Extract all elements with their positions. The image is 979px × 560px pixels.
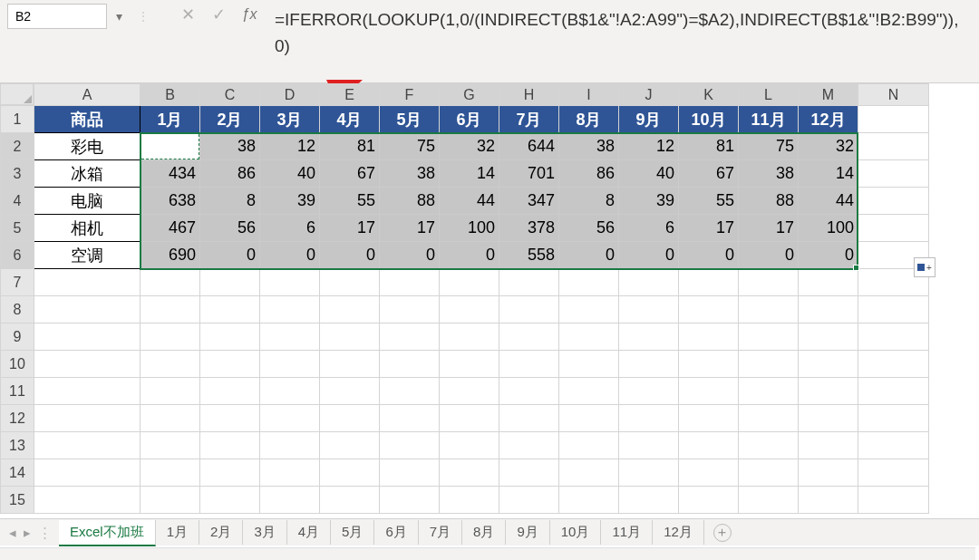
cell-G3[interactable]: 14	[440, 160, 499, 188]
sheet-tab-5月[interactable]: 5月	[331, 520, 374, 545]
cell-I6[interactable]: 0	[559, 242, 619, 269]
cell-N13[interactable]	[858, 432, 929, 459]
cell-N15[interactable]	[858, 487, 929, 514]
cell-M6[interactable]: 0	[799, 242, 858, 269]
cell-L10[interactable]	[739, 351, 799, 378]
cell-A8[interactable]	[34, 296, 141, 323]
cell-I3[interactable]: 86	[559, 160, 619, 188]
cell-J3[interactable]: 40	[619, 160, 679, 188]
col-header-B[interactable]: B	[141, 84, 200, 106]
col-header-F[interactable]: F	[380, 84, 440, 106]
cell-L15[interactable]	[739, 487, 799, 514]
sheet-tab-3月[interactable]: 3月	[243, 520, 286, 545]
cell-G4[interactable]: 44	[440, 188, 499, 215]
cell-A10[interactable]	[34, 351, 141, 378]
cell-G10[interactable]	[440, 351, 499, 378]
cell-L7[interactable]	[739, 269, 799, 296]
cell-L5[interactable]: 17	[739, 215, 799, 242]
cell-D7[interactable]	[260, 269, 320, 296]
cell-C6[interactable]: 0	[200, 242, 260, 269]
cell-I4[interactable]: 8	[559, 188, 619, 215]
cell-H6[interactable]: 558	[499, 242, 559, 269]
sheet-tab-4月[interactable]: 4月	[287, 520, 331, 545]
cell-M14[interactable]	[799, 459, 858, 487]
cell-L9[interactable]	[739, 323, 799, 351]
cell-I2[interactable]: 38	[559, 133, 619, 160]
fx-icon[interactable]: ƒx	[240, 5, 258, 24]
cell-G14[interactable]	[440, 459, 499, 487]
cell-F10[interactable]	[380, 351, 440, 378]
col-header-M[interactable]: M	[799, 84, 858, 106]
cell-N1[interactable]	[858, 106, 929, 133]
cell-M2[interactable]: 32	[799, 133, 858, 160]
cell-F12[interactable]	[380, 405, 440, 432]
cell-B13[interactable]	[141, 432, 200, 459]
cell-N10[interactable]	[858, 351, 929, 378]
cell-D3[interactable]: 40	[260, 160, 320, 188]
cell-H12[interactable]	[499, 405, 559, 432]
row-header-8[interactable]: 8	[1, 296, 34, 323]
cell-A14[interactable]	[34, 459, 141, 487]
enter-icon[interactable]: ✓	[209, 5, 228, 24]
sheet-nav-last-icon[interactable]: ▸	[20, 525, 34, 541]
cell-H15[interactable]	[499, 487, 559, 514]
cell-C8[interactable]	[200, 296, 260, 323]
cell-A6[interactable]: 空调	[34, 242, 141, 269]
cell-I10[interactable]	[559, 351, 619, 378]
cell-N5[interactable]	[858, 215, 929, 242]
cell-N12[interactable]	[858, 405, 929, 432]
cell-E7[interactable]	[320, 269, 380, 296]
cell-H2[interactable]: 644	[499, 133, 559, 160]
cell-H4[interactable]: 347	[499, 188, 559, 215]
name-box[interactable]	[7, 4, 107, 29]
row-header-6[interactable]: 6	[1, 242, 34, 269]
cell-K8[interactable]	[679, 296, 739, 323]
row-header-15[interactable]: 15	[1, 487, 34, 514]
cell-M15[interactable]	[799, 487, 858, 514]
cell-B7[interactable]	[141, 269, 200, 296]
sheet-tab-12月[interactable]: 12月	[653, 520, 704, 545]
paste-options-icon[interactable]: +	[914, 257, 935, 277]
cell-D9[interactable]	[260, 323, 320, 351]
cell-D1[interactable]: 3月	[260, 106, 320, 133]
cell-M7[interactable]	[799, 269, 858, 296]
cell-E9[interactable]	[320, 323, 380, 351]
row-header-10[interactable]: 10	[1, 351, 34, 378]
cell-J2[interactable]: 12	[619, 133, 679, 160]
cell-J15[interactable]	[619, 487, 679, 514]
cell-B1[interactable]: 1月	[141, 106, 200, 133]
cell-H1[interactable]: 7月	[499, 106, 559, 133]
row-header-3[interactable]: 3	[1, 160, 34, 188]
row-header-7[interactable]: 7	[1, 269, 34, 296]
cell-J6[interactable]: 0	[619, 242, 679, 269]
col-header-A[interactable]: A	[34, 84, 141, 106]
col-header-J[interactable]: J	[619, 84, 679, 106]
cell-N14[interactable]	[858, 459, 929, 487]
cell-I15[interactable]	[559, 487, 619, 514]
row-header-11[interactable]: 11	[1, 378, 34, 405]
cell-D13[interactable]	[260, 432, 320, 459]
cell-E10[interactable]	[320, 351, 380, 378]
cell-A12[interactable]	[34, 405, 141, 432]
cell-B5[interactable]: 467	[141, 215, 200, 242]
cell-F1[interactable]: 5月	[380, 106, 440, 133]
cell-C1[interactable]: 2月	[200, 106, 260, 133]
cell-E3[interactable]: 67	[320, 160, 380, 188]
cell-K4[interactable]: 55	[679, 188, 739, 215]
cell-E14[interactable]	[320, 459, 380, 487]
cell-I12[interactable]	[559, 405, 619, 432]
cell-E1[interactable]: 4月	[320, 106, 380, 133]
sheet-tab-active[interactable]: Excel不加班	[59, 520, 156, 546]
cell-D4[interactable]: 39	[260, 188, 320, 215]
cell-K6[interactable]: 0	[679, 242, 739, 269]
cell-N11[interactable]	[858, 378, 929, 405]
cell-B15[interactable]	[141, 487, 200, 514]
cell-G6[interactable]: 0	[440, 242, 499, 269]
cell-I14[interactable]	[559, 459, 619, 487]
cell-G1[interactable]: 6月	[440, 106, 499, 133]
row-header-1[interactable]: 1	[1, 106, 34, 133]
cell-K10[interactable]	[679, 351, 739, 378]
cell-N3[interactable]	[858, 160, 929, 188]
sheet-tab-2月[interactable]: 2月	[199, 520, 243, 545]
col-header-N[interactable]: N	[858, 84, 929, 106]
